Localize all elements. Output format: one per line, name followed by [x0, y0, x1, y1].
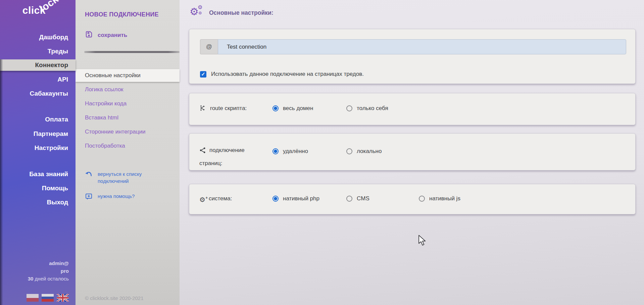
radio-option-label: CMS	[357, 195, 369, 202]
settings-gears-icon: ⚙⚙⚙	[190, 7, 204, 19]
connection-panel: НОВОЕ ПОДКЛЮЧЕНИЕ сохранить Основные нас…	[76, 0, 180, 305]
checkbox-label: Использовать данное подключение на стран…	[211, 71, 364, 78]
radio-option-remote[interactable]: удалённо	[273, 146, 308, 157]
save-button-label: сохранить	[98, 32, 127, 39]
russian-flag-icon[interactable]	[42, 294, 54, 302]
window-edge-shadow	[0, 59, 3, 305]
pages-connection-card: подключение страниц: удалённо локально	[189, 133, 636, 170]
sidebar-item-payment[interactable]: Оплата	[0, 114, 76, 124]
radio-option-cms[interactable]: CMS	[346, 193, 369, 204]
radio-selected-icon	[273, 196, 279, 202]
radio-option-native-js[interactable]: нативный js	[419, 193, 460, 204]
sidebar-item-threads[interactable]: Треды	[0, 46, 76, 56]
save-icon	[85, 30, 93, 40]
sidebar-item-partners[interactable]: Партнерам	[0, 129, 76, 139]
account-email: admin@	[49, 260, 69, 266]
panel-divider	[84, 51, 180, 53]
radio-option-native-php[interactable]: нативный php	[273, 193, 319, 204]
clicklock-logo[interactable]: clicklock	[22, 5, 65, 16]
system-label: система:	[209, 195, 232, 202]
comment-plus-icon	[85, 193, 93, 202]
radio-selected-icon	[273, 148, 279, 154]
gear-plus-icon: ⚙+	[199, 196, 205, 203]
account-days-left: 30 дней осталось	[28, 276, 69, 282]
radio-unselected-icon	[346, 105, 352, 111]
days-text: дней осталось	[33, 276, 69, 282]
system-card: ⚙+ система: нативный php CMS нативный js	[189, 184, 636, 214]
checked-checkbox[interactable]: ✓	[200, 71, 206, 78]
sidebar-item-connector[interactable]: Коннектор	[0, 59, 76, 71]
save-button[interactable]: сохранить	[85, 30, 127, 40]
primary-sidebar: clicklock Дашборд Треды Коннектор API Са…	[0, 0, 76, 305]
at-sign-prefix: @	[200, 39, 218, 54]
panel-title: НОВОЕ ПОДКЛЮЧЕНИЕ	[85, 11, 159, 18]
radio-option-label: удалённо	[283, 148, 308, 155]
sidebar-item-settings[interactable]: Настройки	[0, 143, 76, 153]
radio-option-label: нативный js	[429, 195, 460, 202]
english-flag-icon[interactable]	[57, 294, 69, 302]
main-content: ⚙⚙⚙ Основные настройки: @ ✓ Использовать…	[180, 0, 644, 305]
panel-item-integrations[interactable]: Сторонние интеграции	[76, 125, 180, 139]
need-help-label: нужна помощь?	[98, 193, 158, 200]
panel-item-link-logic[interactable]: Логика ссылок	[76, 83, 180, 96]
script-route-card: route скрипта: весь домен только себя	[189, 93, 636, 125]
panel-item-html-insert[interactable]: Вставка html	[76, 111, 180, 124]
branch-split-icon	[199, 104, 207, 116]
panel-item-general-settings[interactable]: Основные настройки	[76, 69, 180, 82]
app-window: clicklock Дашборд Треды Коннектор API Са…	[0, 0, 644, 305]
sidebar-item-dashboard[interactable]: Дашборд	[0, 32, 76, 42]
use-on-threads-row[interactable]: ✓ Использовать данное подключение на стр…	[200, 71, 364, 78]
connection-name-card: @ ✓ Использовать данное подключение на с…	[189, 29, 636, 84]
panel-item-code-settings[interactable]: Настройки кода	[76, 97, 180, 110]
back-to-list-label: вернуться к списку подключений	[98, 170, 158, 185]
polish-flag-icon[interactable]	[27, 294, 39, 302]
sidebar-item-help[interactable]: Помощь	[0, 183, 76, 193]
radio-unselected-icon	[346, 196, 352, 202]
connection-name-input[interactable]	[218, 39, 626, 54]
radio-option-local[interactable]: локально	[346, 146, 382, 157]
undo-arrow-icon	[85, 170, 93, 180]
sidebar-item-subaccounts[interactable]: Сабакаунты	[0, 89, 76, 99]
radio-unselected-icon	[419, 196, 425, 202]
account-plan: pro	[61, 268, 69, 274]
radio-unselected-icon	[346, 148, 352, 154]
sidebar-item-logout[interactable]: Выход	[0, 197, 76, 207]
sidebar-item-knowledge-base[interactable]: База знаний	[0, 169, 76, 179]
radio-option-label: нативный php	[283, 195, 319, 202]
route-label: route скрипта:	[210, 105, 247, 111]
copyright-footer: © clicklock.site 2020-2021	[85, 295, 143, 301]
radio-selected-icon	[273, 105, 279, 111]
share-icon	[199, 146, 206, 158]
radio-option-whole-domain[interactable]: весь домен	[273, 103, 313, 114]
pages-label: подключение страниц:	[199, 147, 245, 166]
radio-option-label: весь домен	[283, 105, 313, 112]
radio-option-label: локально	[357, 148, 382, 155]
days-number: 30	[28, 276, 34, 282]
radio-option-label: только себя	[357, 105, 388, 112]
mouse-cursor	[418, 235, 427, 248]
panel-item-postprocessing[interactable]: Постобработка	[76, 139, 180, 153]
sidebar-item-api[interactable]: API	[0, 74, 76, 85]
section-title: Основные настройки:	[209, 9, 274, 16]
back-to-list-link[interactable]: вернуться к списку подключений	[85, 170, 158, 185]
radio-option-only-self[interactable]: только себя	[346, 103, 388, 114]
need-help-link[interactable]: нужна помощь?	[85, 193, 158, 202]
